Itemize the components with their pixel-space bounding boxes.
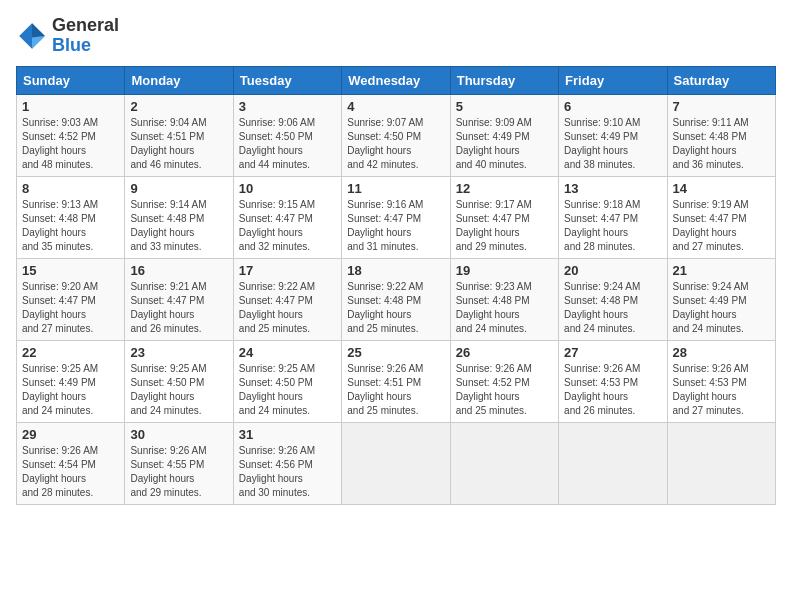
day-info: Sunrise: 9:04 AMSunset: 4:51 PMDaylight …	[130, 116, 227, 172]
day-cell: 4Sunrise: 9:07 AMSunset: 4:50 PMDaylight…	[342, 94, 450, 176]
day-number: 6	[564, 99, 661, 114]
day-number: 24	[239, 345, 336, 360]
day-number: 3	[239, 99, 336, 114]
week-row-4: 22Sunrise: 9:25 AMSunset: 4:49 PMDayligh…	[17, 340, 776, 422]
day-cell	[667, 422, 775, 504]
day-info: Sunrise: 9:26 AMSunset: 4:53 PMDaylight …	[564, 362, 661, 418]
week-row-5: 29Sunrise: 9:26 AMSunset: 4:54 PMDayligh…	[17, 422, 776, 504]
day-info: Sunrise: 9:18 AMSunset: 4:47 PMDaylight …	[564, 198, 661, 254]
day-number: 30	[130, 427, 227, 442]
day-cell: 27Sunrise: 9:26 AMSunset: 4:53 PMDayligh…	[559, 340, 667, 422]
day-cell: 6Sunrise: 9:10 AMSunset: 4:49 PMDaylight…	[559, 94, 667, 176]
day-number: 19	[456, 263, 553, 278]
day-info: Sunrise: 9:13 AMSunset: 4:48 PMDaylight …	[22, 198, 119, 254]
day-cell: 14Sunrise: 9:19 AMSunset: 4:47 PMDayligh…	[667, 176, 775, 258]
day-cell	[342, 422, 450, 504]
day-info: Sunrise: 9:23 AMSunset: 4:48 PMDaylight …	[456, 280, 553, 336]
day-cell: 26Sunrise: 9:26 AMSunset: 4:52 PMDayligh…	[450, 340, 558, 422]
day-number: 10	[239, 181, 336, 196]
day-info: Sunrise: 9:20 AMSunset: 4:47 PMDaylight …	[22, 280, 119, 336]
day-info: Sunrise: 9:24 AMSunset: 4:49 PMDaylight …	[673, 280, 770, 336]
day-number: 5	[456, 99, 553, 114]
day-info: Sunrise: 9:26 AMSunset: 4:52 PMDaylight …	[456, 362, 553, 418]
day-info: Sunrise: 9:17 AMSunset: 4:47 PMDaylight …	[456, 198, 553, 254]
column-header-saturday: Saturday	[667, 66, 775, 94]
day-number: 31	[239, 427, 336, 442]
day-cell: 31Sunrise: 9:26 AMSunset: 4:56 PMDayligh…	[233, 422, 341, 504]
day-cell: 21Sunrise: 9:24 AMSunset: 4:49 PMDayligh…	[667, 258, 775, 340]
day-cell: 24Sunrise: 9:25 AMSunset: 4:50 PMDayligh…	[233, 340, 341, 422]
day-number: 16	[130, 263, 227, 278]
day-cell: 7Sunrise: 9:11 AMSunset: 4:48 PMDaylight…	[667, 94, 775, 176]
day-cell: 29Sunrise: 9:26 AMSunset: 4:54 PMDayligh…	[17, 422, 125, 504]
day-number: 8	[22, 181, 119, 196]
column-header-tuesday: Tuesday	[233, 66, 341, 94]
day-info: Sunrise: 9:10 AMSunset: 4:49 PMDaylight …	[564, 116, 661, 172]
day-cell: 10Sunrise: 9:15 AMSunset: 4:47 PMDayligh…	[233, 176, 341, 258]
day-number: 27	[564, 345, 661, 360]
day-number: 4	[347, 99, 444, 114]
day-info: Sunrise: 9:09 AMSunset: 4:49 PMDaylight …	[456, 116, 553, 172]
day-info: Sunrise: 9:22 AMSunset: 4:48 PMDaylight …	[347, 280, 444, 336]
day-number: 9	[130, 181, 227, 196]
day-number: 13	[564, 181, 661, 196]
day-cell: 16Sunrise: 9:21 AMSunset: 4:47 PMDayligh…	[125, 258, 233, 340]
day-cell: 25Sunrise: 9:26 AMSunset: 4:51 PMDayligh…	[342, 340, 450, 422]
day-cell: 23Sunrise: 9:25 AMSunset: 4:50 PMDayligh…	[125, 340, 233, 422]
day-info: Sunrise: 9:06 AMSunset: 4:50 PMDaylight …	[239, 116, 336, 172]
day-info: Sunrise: 9:25 AMSunset: 4:50 PMDaylight …	[239, 362, 336, 418]
day-cell: 13Sunrise: 9:18 AMSunset: 4:47 PMDayligh…	[559, 176, 667, 258]
day-cell: 28Sunrise: 9:26 AMSunset: 4:53 PMDayligh…	[667, 340, 775, 422]
column-header-sunday: Sunday	[17, 66, 125, 94]
logo-text: General Blue	[52, 16, 119, 56]
day-number: 15	[22, 263, 119, 278]
day-number: 23	[130, 345, 227, 360]
day-info: Sunrise: 9:25 AMSunset: 4:50 PMDaylight …	[130, 362, 227, 418]
column-header-thursday: Thursday	[450, 66, 558, 94]
calendar-table: SundayMondayTuesdayWednesdayThursdayFrid…	[16, 66, 776, 505]
day-info: Sunrise: 9:19 AMSunset: 4:47 PMDaylight …	[673, 198, 770, 254]
day-number: 25	[347, 345, 444, 360]
day-number: 1	[22, 99, 119, 114]
day-info: Sunrise: 9:22 AMSunset: 4:47 PMDaylight …	[239, 280, 336, 336]
day-number: 17	[239, 263, 336, 278]
day-number: 2	[130, 99, 227, 114]
day-cell: 20Sunrise: 9:24 AMSunset: 4:48 PMDayligh…	[559, 258, 667, 340]
day-cell: 11Sunrise: 9:16 AMSunset: 4:47 PMDayligh…	[342, 176, 450, 258]
day-info: Sunrise: 9:11 AMSunset: 4:48 PMDaylight …	[673, 116, 770, 172]
day-info: Sunrise: 9:07 AMSunset: 4:50 PMDaylight …	[347, 116, 444, 172]
day-info: Sunrise: 9:26 AMSunset: 4:51 PMDaylight …	[347, 362, 444, 418]
column-header-wednesday: Wednesday	[342, 66, 450, 94]
day-number: 12	[456, 181, 553, 196]
day-cell: 2Sunrise: 9:04 AMSunset: 4:51 PMDaylight…	[125, 94, 233, 176]
svg-marker-1	[32, 23, 45, 37]
calendar-header-row: SundayMondayTuesdayWednesdayThursdayFrid…	[17, 66, 776, 94]
day-cell: 8Sunrise: 9:13 AMSunset: 4:48 PMDaylight…	[17, 176, 125, 258]
svg-marker-2	[32, 36, 45, 49]
week-row-2: 8Sunrise: 9:13 AMSunset: 4:48 PMDaylight…	[17, 176, 776, 258]
logo: General Blue	[16, 16, 119, 56]
day-cell: 17Sunrise: 9:22 AMSunset: 4:47 PMDayligh…	[233, 258, 341, 340]
day-info: Sunrise: 9:15 AMSunset: 4:47 PMDaylight …	[239, 198, 336, 254]
day-number: 29	[22, 427, 119, 442]
day-number: 11	[347, 181, 444, 196]
day-info: Sunrise: 9:24 AMSunset: 4:48 PMDaylight …	[564, 280, 661, 336]
logo-icon	[16, 20, 48, 52]
day-number: 21	[673, 263, 770, 278]
day-cell: 19Sunrise: 9:23 AMSunset: 4:48 PMDayligh…	[450, 258, 558, 340]
day-cell: 3Sunrise: 9:06 AMSunset: 4:50 PMDaylight…	[233, 94, 341, 176]
day-cell	[450, 422, 558, 504]
day-info: Sunrise: 9:16 AMSunset: 4:47 PMDaylight …	[347, 198, 444, 254]
day-number: 14	[673, 181, 770, 196]
day-cell: 30Sunrise: 9:26 AMSunset: 4:55 PMDayligh…	[125, 422, 233, 504]
day-info: Sunrise: 9:26 AMSunset: 4:54 PMDaylight …	[22, 444, 119, 500]
day-info: Sunrise: 9:26 AMSunset: 4:55 PMDaylight …	[130, 444, 227, 500]
page-header: General Blue	[16, 16, 776, 56]
day-info: Sunrise: 9:14 AMSunset: 4:48 PMDaylight …	[130, 198, 227, 254]
day-cell	[559, 422, 667, 504]
day-info: Sunrise: 9:26 AMSunset: 4:56 PMDaylight …	[239, 444, 336, 500]
day-number: 26	[456, 345, 553, 360]
day-number: 20	[564, 263, 661, 278]
week-row-1: 1Sunrise: 9:03 AMSunset: 4:52 PMDaylight…	[17, 94, 776, 176]
day-info: Sunrise: 9:25 AMSunset: 4:49 PMDaylight …	[22, 362, 119, 418]
